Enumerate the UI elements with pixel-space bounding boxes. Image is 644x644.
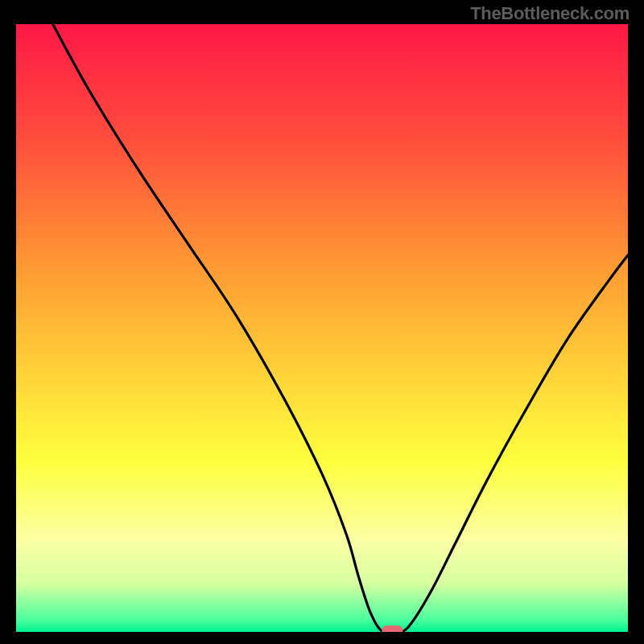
optimal-marker [382, 625, 402, 632]
chart-svg [16, 24, 628, 632]
gradient-background [16, 24, 628, 632]
chart-frame: TheBottleneck.com [0, 0, 644, 644]
watermark-text: TheBottleneck.com [470, 3, 630, 24]
plot-area [16, 24, 628, 632]
